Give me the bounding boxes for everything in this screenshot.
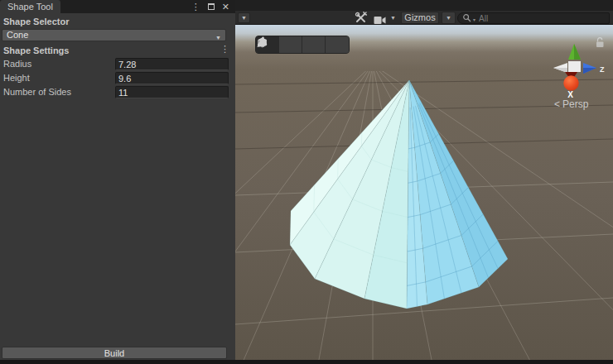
tab-shape-tool[interactable]: Shape Tool [0,0,60,13]
scene-view: ▼ ▼ Gizmos ▼ [235,0,613,364]
gizmo-center-cube[interactable] [568,61,581,72]
scene-menu-dropdown[interactable]: ▼ [238,12,250,23]
search-input[interactable] [479,14,595,23]
number-of-sides-input[interactable] [115,86,229,98]
chevron-down-icon: ▼ [215,32,221,43]
shape-settings-heading: Shape Settings [3,46,69,55]
shape-selector-dropdown[interactable]: Cone ▼ [2,29,226,41]
scene-viewport[interactable]: X Z < Persp [235,25,613,364]
window-bottom-edge [0,360,613,364]
shape-selector-value: Cone [7,30,28,40]
number-of-sides-label: Number of Sides [3,87,71,97]
panel-tab-bar: Shape Tool ⋮ ✕ [0,0,235,13]
persp-chevron-icon: < [554,98,560,110]
radius-label: Radius [3,59,31,69]
radius-input[interactable] [115,58,229,70]
search-icon [462,13,472,23]
axis-x-arrow[interactable] [563,75,578,90]
height-row: Height [0,72,235,84]
height-input[interactable] [115,72,229,84]
axis-z-label: Z [600,65,605,74]
chevron-down-icon: ▼ [241,15,247,21]
gizmos-button[interactable]: Gizmos [401,12,439,24]
gizmos-dropdown-icon[interactable]: ▼ [442,12,456,24]
height-label: Height [3,73,30,83]
scene-top-strip [235,0,613,11]
shape-mode-toolbar [255,36,350,54]
camera-dropdown-icon[interactable]: ▼ [390,15,396,21]
radius-row: Radius [0,58,235,70]
panel-menu-icon[interactable]: ⋮ [191,2,200,11]
scene-toolbar: ▼ ▼ Gizmos ▼ [235,11,613,25]
close-icon[interactable]: ✕ [222,2,229,12]
shape-tool-plane-button[interactable] [326,36,349,54]
shape-settings-menu-icon[interactable]: ⋮ [220,45,229,54]
shape-selector-heading: Shape Selector [3,17,69,26]
number-of-sides-row: Number of Sides [0,86,235,98]
tab-label: Shape Tool [7,2,53,12]
projection-mode-label[interactable]: Persp [562,98,589,110]
gizmos-label: Gizmos [404,12,435,22]
plane-icon [256,36,268,49]
shape-tool-panel: Shape Tool ⋮ ✕ Shape Selector Cone ▼ Sha… [0,0,235,364]
shape-tool-polyshape-button[interactable] [279,36,302,54]
viewport-canvas[interactable]: X Z < Persp [235,25,613,364]
search-filter-caret-icon[interactable]: ▾ [473,17,475,22]
maximize-icon[interactable] [208,3,215,10]
window-controls: ⋮ ✕ [191,0,229,13]
unity-editor-window: Shape Tool ⋮ ✕ Shape Selector Cone ▼ Sha… [0,0,613,364]
scene-search-box: ▾ [457,12,610,24]
shape-tool-cone-button[interactable] [302,36,326,54]
build-button[interactable]: Build [2,347,227,359]
